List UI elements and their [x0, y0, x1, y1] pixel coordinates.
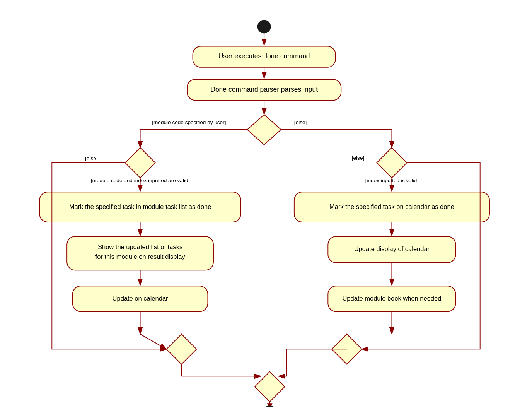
module-book-label: Update module book when needed	[342, 294, 441, 301]
module-mark-label: Mark the specified task in module task l…	[69, 203, 211, 210]
update-display-label: Update display of calendar	[354, 245, 430, 252]
guard-else-right: [else]	[352, 155, 364, 161]
show-list-line1: Show the updated list of tasks	[98, 243, 182, 250]
parser-label: Done command parser parses input	[210, 85, 318, 93]
left-decision	[125, 147, 155, 178]
guard-else-left: [else]	[85, 155, 98, 161]
svg-line-17	[140, 334, 167, 349]
update-cal-label: Update on calendar	[113, 294, 169, 301]
guard-else-top: [else]	[294, 120, 307, 125]
show-list-line2: for this module on result display	[95, 253, 186, 260]
calendar-mark-label: Mark the specified task on calendar as d…	[329, 203, 454, 210]
guard-module-specified: [module code specified by user]	[152, 120, 226, 125]
user-executes-label: User executes done command	[218, 52, 310, 60]
diagram-container: User executes done command Done command …	[24, 12, 508, 407]
left-merge	[167, 334, 197, 364]
right-decision	[377, 147, 407, 178]
start-node	[257, 20, 271, 33]
top-decision	[247, 115, 281, 145]
